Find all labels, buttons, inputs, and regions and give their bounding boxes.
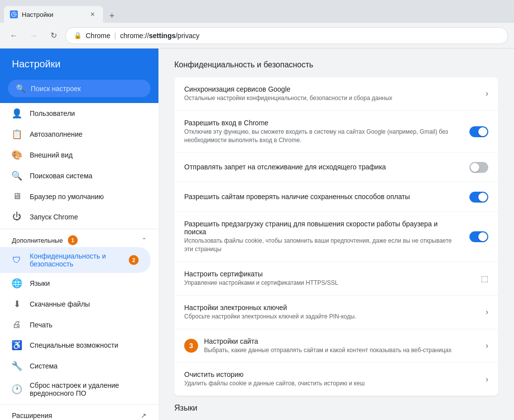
sidebar-item-reset[interactable]: 🕐 Сброс настроек и удаление вредоносного…: [0, 376, 158, 402]
address-bar: ← → ↻ 🔒 Chrome | chrome://settings/priva…: [0, 23, 514, 49]
sidebar-divider: [0, 229, 158, 229]
row-title: Очистить историю: [184, 370, 478, 378]
sidebar-item-accessibility[interactable]: ♿ Специальные возможности: [0, 335, 158, 356]
toggle-preload[interactable]: [469, 231, 488, 242]
sidebar-item-label: Запуск Chrome: [30, 213, 78, 221]
sidebar-item-users[interactable]: 👤 Пользователи: [0, 103, 158, 124]
forward-button[interactable]: →: [26, 28, 42, 44]
settings-row-clear-history[interactable]: Очистить историю Удалить файлы cookie и …: [174, 363, 498, 396]
settings-row-signin[interactable]: Разрешить вход в Chrome Отключив эту фун…: [174, 111, 498, 153]
list-icon: 📋: [12, 129, 22, 140]
search-icon: 🔍: [12, 170, 22, 181]
print-icon: 🖨: [12, 319, 22, 330]
toggle-payment[interactable]: [469, 192, 488, 203]
sidebar-item-languages[interactable]: 🌐 Языки: [0, 273, 158, 294]
search-input[interactable]: [31, 85, 143, 93]
extensions-row[interactable]: Расширения ↗: [0, 407, 158, 420]
settings-row-dnt[interactable]: Отправлять запрет на отслеживание для ис…: [174, 153, 498, 182]
active-tab[interactable]: Настройки ✕: [4, 6, 103, 23]
row-desc: Управление настройками и сертификатами H…: [184, 279, 473, 287]
chevron-right-icon: ›: [486, 308, 488, 316]
section-advanced[interactable]: Дополнительные 1 ⌃: [0, 231, 158, 247]
address-prefix: Chrome: [86, 32, 110, 40]
row-content: Синхронизация сервисов Google Остальные …: [184, 85, 478, 103]
lock-icon: 🔒: [74, 32, 82, 39]
row-content: Разрешить сайтам проверять наличие сохра…: [184, 193, 462, 202]
download-icon: ⬇: [12, 299, 22, 310]
row-desc: Отключив эту функцию, вы сможете входить…: [184, 128, 462, 145]
sidebar-item-system[interactable]: 🔧 Система: [0, 356, 158, 376]
toggle-dnt[interactable]: [469, 162, 488, 173]
section-advanced-label: Дополнительные: [12, 237, 63, 244]
sidebar-item-startup[interactable]: ⏻ Запуск Chrome: [0, 207, 158, 227]
toggle-signin[interactable]: [469, 126, 488, 137]
settings-row-preload[interactable]: Разрешить предзагрузку страниц для повыш…: [174, 212, 498, 262]
external-icon: ⬚: [481, 274, 488, 283]
settings-row-site-settings[interactable]: 3 Настройки сайта Выбрать, какие данные …: [174, 329, 498, 363]
person-icon: 👤: [12, 108, 22, 119]
sidebar-item-privacy-label: Конфиденциальность и безопасность: [30, 252, 125, 268]
palette-icon: 🎨: [12, 150, 22, 160]
row-content: Настройки электронных ключей Сбросьте на…: [184, 304, 478, 321]
toggle-knob: [478, 193, 487, 202]
address-url: chrome://settings/privacy: [120, 32, 199, 40]
row-desc: Сбросьте настройки электронных ключей и …: [184, 313, 478, 321]
settings-card-privacy: Синхронизация сервисов Google Остальные …: [174, 77, 498, 396]
sidebar-divider-2: [0, 404, 158, 405]
row-desc: Удалить файлы cookie и данные сайтов, оч…: [184, 379, 478, 388]
row-title: Настроить сертификаты: [184, 270, 473, 278]
accessibility-icon: ♿: [12, 340, 22, 351]
extensions-label: Расширения: [12, 412, 141, 420]
badge-1: 1: [68, 235, 78, 245]
row-title: Настройки электронных ключей: [184, 304, 478, 312]
search-wrap: 🔍: [8, 80, 151, 97]
chevron-right-icon: ›: [486, 341, 488, 350]
settings-row-security-keys[interactable]: Настройки электронных ключей Сбросьте на…: [174, 296, 498, 329]
address-input[interactable]: 🔒 Chrome | chrome://settings/privacy: [65, 27, 508, 44]
tab-bar: Настройки ✕ +: [0, 0, 514, 23]
main-content: Конфиденциальность и безопасность Синхро…: [158, 49, 514, 420]
back-button[interactable]: ←: [6, 28, 22, 44]
sidebar-item-appearance[interactable]: 🎨 Внешний вид: [0, 145, 158, 165]
row-desc: Использовать файлы cookie, чтобы запомни…: [184, 237, 462, 254]
row-content: Отправлять запрет на отслеживание для ис…: [184, 163, 462, 172]
sidebar-item-autofill[interactable]: 📋 Автозаполнение: [0, 124, 158, 145]
sidebar-item-print[interactable]: 🖨 Печать: [0, 315, 158, 335]
sidebar-item-browser[interactable]: 🖥 Браузер по умолчанию: [0, 186, 158, 207]
refresh-button[interactable]: ↻: [46, 28, 61, 44]
settings-row-google-sync[interactable]: Синхронизация сервисов Google Остальные …: [174, 77, 498, 111]
external-link-icon: ↗: [141, 412, 147, 420]
row-title: Разрешить вход в Chrome: [184, 119, 462, 127]
toggle-knob: [478, 232, 487, 241]
row-content: Очистить историю Удалить файлы cookie и …: [184, 370, 478, 388]
chevron-right-icon: ›: [486, 89, 488, 98]
app-body: Настройки 🔍 👤 Пользователи 📋 Автозаполне…: [0, 49, 514, 420]
row-desc: Остальные настройки конфиденциальности, …: [184, 94, 478, 103]
settings-row-payment[interactable]: Разрешить сайтам проверять наличие сохра…: [174, 182, 498, 212]
browser-frame: Настройки ✕ + ← → ↻ 🔒 Chrome | chrome://…: [0, 0, 514, 420]
section-title: Конфиденциальность и безопасность: [174, 60, 498, 69]
badge-3: 3: [184, 339, 198, 353]
new-tab-button[interactable]: +: [105, 9, 119, 23]
sidebar-item-label: Автозаполнение: [30, 130, 83, 138]
sidebar-item-label: Система: [30, 362, 57, 370]
tab-title: Настройки: [22, 11, 84, 18]
tab-close-button[interactable]: ✕: [88, 10, 97, 19]
history-icon: 🕐: [12, 384, 22, 395]
sidebar-item-label: Внешний вид: [30, 151, 73, 159]
sidebar-item-privacy[interactable]: 🛡 Конфиденциальность и безопасность 2: [0, 247, 151, 273]
sidebar-item-search[interactable]: 🔍 Поисковая система: [0, 165, 158, 186]
search-bar-container: 🔍: [0, 80, 158, 103]
sidebar-item-label: Поисковая система: [30, 172, 93, 180]
row-title: Настройки сайта: [204, 337, 478, 345]
sidebar: Настройки 🔍 👤 Пользователи 📋 Автозаполне…: [0, 49, 158, 420]
browser-icon: 🖥: [12, 191, 22, 202]
power-icon: ⏻: [12, 211, 22, 222]
toggle-knob: [470, 163, 479, 172]
badge-2: 2: [129, 255, 139, 265]
sidebar-item-reset-label: Сброс настроек и удаление вредоносного П…: [30, 381, 147, 397]
settings-row-certificates[interactable]: Настроить сертификаты Управление настрой…: [174, 262, 498, 296]
languages-section-title: Языки: [174, 404, 498, 413]
row-content: Настроить сертификаты Управление настрой…: [184, 270, 473, 287]
sidebar-item-downloads[interactable]: ⬇ Скачанные файлы: [0, 294, 158, 315]
